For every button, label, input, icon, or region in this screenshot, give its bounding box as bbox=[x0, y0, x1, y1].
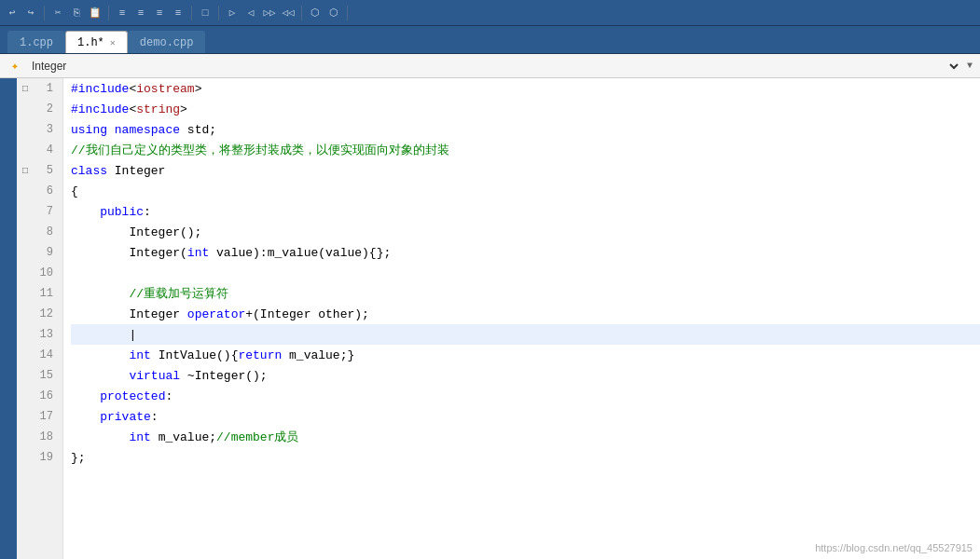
line-num-text-14: 14 bbox=[40, 348, 53, 361]
toolbar-icon-nav1[interactable]: ▷ bbox=[224, 5, 241, 21]
toolbar-icon-undo[interactable]: ↩ bbox=[4, 5, 21, 21]
tab-bar: 1.cpp 1.h* ✕ demo.cpp bbox=[0, 26, 980, 54]
code-span: Integer bbox=[107, 164, 165, 178]
code-span: return bbox=[238, 348, 282, 362]
code-span: Integer bbox=[71, 307, 187, 321]
line-num-text-9: 9 bbox=[47, 246, 53, 259]
line-number-19: 19 bbox=[21, 447, 57, 468]
code-span: { bbox=[71, 184, 78, 198]
code-span: : bbox=[144, 205, 151, 219]
line-num-text-16: 16 bbox=[40, 389, 53, 402]
code-span: int bbox=[187, 246, 209, 260]
line-number-18: 18 bbox=[21, 427, 57, 447]
toolbar-icon-align-left[interactable]: ≡ bbox=[114, 5, 131, 21]
line-num-text-1: 1 bbox=[47, 82, 53, 95]
line-num-text-11: 11 bbox=[40, 287, 53, 300]
line-num-text-7: 7 bbox=[47, 205, 53, 218]
code-span: //member成员 bbox=[216, 429, 298, 445]
code-content[interactable]: #include<iostream>#include<string>using … bbox=[63, 78, 980, 559]
toolbar-icon-hex1[interactable]: ⬡ bbox=[307, 5, 324, 21]
editor: □1234□5678910111213141516171819 #include… bbox=[0, 78, 980, 559]
toolbar: ↩ ↪ ✂ ⎘ 📋 ≡ ≡ ≡ ≡ □ ▷ ◁ ▷▷ ◁◁ ⬡ ⬡ bbox=[0, 0, 980, 26]
symbol-bar: ✦ Integer ▼ bbox=[0, 54, 980, 78]
line-number-15: 15 bbox=[21, 365, 57, 386]
toolbar-icon-align-center[interactable]: ≡ bbox=[132, 5, 149, 21]
code-span bbox=[71, 410, 100, 424]
code-span: int bbox=[129, 348, 150, 362]
code-span: : bbox=[165, 389, 173, 403]
line-num-text-15: 15 bbox=[40, 369, 53, 382]
toolbar-icon-copy[interactable]: ⎘ bbox=[68, 5, 85, 21]
code-span: m_value; bbox=[151, 430, 216, 444]
code-line-10 bbox=[71, 263, 980, 283]
line-number-10: 10 bbox=[21, 263, 57, 283]
line-num-text-19: 19 bbox=[40, 451, 53, 464]
code-span: Integer(); bbox=[71, 225, 201, 239]
class-icon: ✦ bbox=[7, 59, 22, 74]
symbol-arrow: ▼ bbox=[967, 61, 973, 71]
toolbar-icon-nav2[interactable]: ◁ bbox=[242, 5, 259, 21]
code-span: > bbox=[195, 82, 202, 96]
toolbar-icon-hex2[interactable]: ⬡ bbox=[325, 5, 342, 21]
line-num-text-18: 18 bbox=[40, 430, 53, 443]
line-num-text-5: 5 bbox=[47, 164, 53, 177]
tab-democpp-label: demo.cpp bbox=[140, 36, 194, 49]
symbol-select[interactable]: Integer bbox=[28, 57, 961, 75]
line-number-1: □1 bbox=[21, 78, 57, 99]
line-number-16: 16 bbox=[21, 386, 57, 406]
toolbar-icon-list[interactable]: ≡ bbox=[170, 5, 186, 21]
code-line-16: protected: bbox=[71, 386, 980, 406]
tab-1h-label: 1.h* bbox=[77, 36, 104, 49]
code-span: m_value;} bbox=[282, 348, 354, 362]
line-num-text-8: 8 bbox=[47, 225, 53, 239]
code-span: operator bbox=[187, 307, 245, 321]
code-line-9: Integer(int value):m_value(value){}; bbox=[71, 242, 980, 263]
tab-1cpp[interactable]: 1.cpp bbox=[7, 31, 65, 53]
toolbar-icon-paste[interactable]: 📋 bbox=[87, 5, 104, 21]
line-number-2: 2 bbox=[21, 99, 57, 119]
fold-indicator-5[interactable]: □ bbox=[22, 166, 28, 176]
sidebar-left bbox=[0, 78, 17, 559]
code-span: //重载加号运算符 bbox=[129, 285, 228, 302]
toolbar-icon-redo[interactable]: ↪ bbox=[22, 5, 39, 21]
code-line-6: { bbox=[71, 181, 980, 201]
watermark: https://blog.csdn.net/qq_45527915 bbox=[815, 542, 973, 553]
code-span: Integer( bbox=[71, 246, 187, 260]
code-line-8: Integer(); bbox=[71, 222, 980, 242]
code-span: int bbox=[129, 430, 150, 444]
line-number-13: 13 bbox=[21, 324, 57, 345]
code-span: virtual bbox=[129, 369, 180, 383]
line-num-text-6: 6 bbox=[47, 184, 53, 198]
code-line-3: using namespace std; bbox=[71, 119, 980, 140]
code-span: < bbox=[129, 82, 136, 96]
toolbar-icon-align-right[interactable]: ≡ bbox=[151, 5, 168, 21]
line-number-5: □5 bbox=[21, 160, 57, 181]
line-number-9: 9 bbox=[21, 242, 57, 263]
code-line-2: #include<string> bbox=[71, 99, 980, 119]
line-numbers: □1234□5678910111213141516171819 bbox=[17, 78, 63, 559]
tab-democpp[interactable]: demo.cpp bbox=[128, 31, 206, 53]
code-span bbox=[71, 389, 100, 403]
toolbar-icon-cut[interactable]: ✂ bbox=[49, 5, 66, 21]
code-line-19: }; bbox=[71, 447, 980, 468]
code-line-4: //我们自己定义的类型类，将整形封装成类，以便实现面向对象的封装 bbox=[71, 140, 980, 160]
code-line-15: virtual ~Integer(); bbox=[71, 365, 980, 386]
line-num-text-12: 12 bbox=[40, 307, 53, 320]
code-span: value):m_value(value){}; bbox=[209, 246, 391, 260]
code-span: private bbox=[100, 410, 151, 424]
code-span: //我们自己定义的类型类，将整形封装成类，以便实现面向对象的封装 bbox=[71, 142, 449, 158]
toolbar-icon-nav3[interactable]: ▷▷ bbox=[261, 5, 278, 21]
code-span: iostream bbox=[136, 82, 194, 96]
fold-indicator-1[interactable]: □ bbox=[22, 84, 28, 94]
code-span: public bbox=[100, 205, 144, 219]
code-span: IntValue(){ bbox=[151, 348, 239, 362]
toolbar-separator-2 bbox=[108, 6, 109, 20]
toolbar-icon-nav4[interactable]: ◁◁ bbox=[280, 5, 297, 21]
tab-1h-close[interactable]: ✕ bbox=[110, 37, 116, 48]
line-num-text-10: 10 bbox=[40, 266, 53, 280]
toolbar-icon-box[interactable]: □ bbox=[197, 5, 214, 21]
tab-1h[interactable]: 1.h* ✕ bbox=[65, 31, 128, 53]
code-span: < bbox=[129, 102, 136, 116]
code-line-13: | bbox=[71, 324, 980, 345]
code-span bbox=[71, 348, 129, 362]
